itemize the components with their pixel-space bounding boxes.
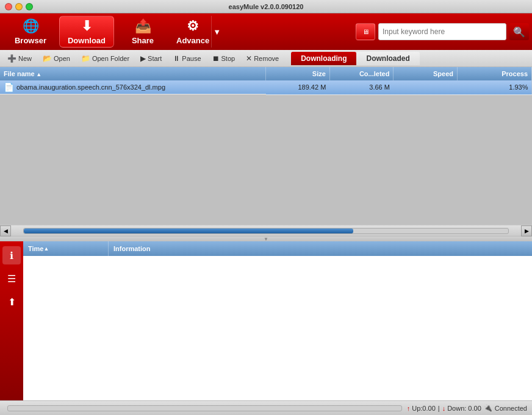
action-bar: ➕ New 📂 Open 📁 Open Folder ▶ Start ⏸ Pau… xyxy=(0,50,532,67)
download-icon: ⬇ xyxy=(81,18,92,34)
file-type-icon: 📄 xyxy=(4,82,14,92)
search-icon: 🔍 xyxy=(513,26,525,38)
info-header: Time Information xyxy=(23,241,532,256)
table-row[interactable]: 📄 obama.inauguration.speech.cnn_576x324_… xyxy=(0,80,532,94)
title-bar: easyMule v2.0.0.090120 xyxy=(0,0,532,13)
info-content xyxy=(23,256,532,400)
pause-icon: ⏸ xyxy=(173,54,180,63)
download-speed-label: Down: 0.00 xyxy=(447,405,481,412)
new-button[interactable]: ➕ New xyxy=(2,52,37,65)
scrollbar-track[interactable] xyxy=(23,228,509,234)
browser-label: Browser xyxy=(15,36,46,45)
tab-downloaded[interactable]: Downloaded xyxy=(356,52,419,65)
stop-button[interactable]: ⏹ Stop xyxy=(207,52,240,65)
download-button[interactable]: ⬇ Download xyxy=(59,16,114,48)
close-button[interactable] xyxy=(5,3,12,10)
search-button[interactable]: 🔍 xyxy=(509,23,529,40)
time-col-header: Time xyxy=(23,241,109,256)
advance-label: Advance xyxy=(176,36,209,45)
table-header-row: File name Size Co...leted Speed Process xyxy=(0,67,532,80)
info-panel: Time Information xyxy=(23,241,532,400)
open-icon: 📂 xyxy=(43,54,52,63)
cell-size: 189.42 M xyxy=(266,80,330,94)
list-side-icon[interactable]: ☰ xyxy=(2,269,21,288)
remove-button[interactable]: ✕ Remove xyxy=(241,52,284,65)
open-folder-label: Open Folder xyxy=(92,55,129,62)
minimize-button[interactable] xyxy=(15,3,23,10)
share-label: Share xyxy=(132,36,154,45)
tab-downloading[interactable]: Downloading xyxy=(291,52,356,65)
new-icon: ➕ xyxy=(7,54,16,63)
upload-speed-label: Up:0.00 xyxy=(412,405,436,412)
share-icon: 📤 xyxy=(135,18,151,34)
share-button[interactable]: 📤 Share xyxy=(115,16,170,48)
download-tabs: Downloading Downloaded xyxy=(291,52,420,65)
app-title: easyMule v2.0.0.090120 xyxy=(229,3,304,10)
cell-process: 1.93% xyxy=(457,80,531,94)
start-label: Start xyxy=(148,55,162,62)
open-folder-button[interactable]: 📁 Open Folder xyxy=(76,52,134,65)
file-table: File name Size Co...leted Speed Process … xyxy=(0,67,532,95)
col-size[interactable]: Size xyxy=(266,67,330,80)
open-label: Open xyxy=(54,55,70,62)
maximize-button[interactable] xyxy=(26,3,33,10)
cell-completed: 3.66 M xyxy=(329,80,394,94)
open-button[interactable]: 📂 Open xyxy=(38,52,75,65)
horizontal-scrollbar[interactable]: ◀ ▶ xyxy=(0,225,532,236)
col-speed[interactable]: Speed xyxy=(394,67,458,80)
server-button[interactable]: 🖥 xyxy=(356,23,375,40)
cell-filename: 📄 obama.inauguration.speech.cnn_576x324_… xyxy=(0,80,266,94)
status-bar: ↑ Up:0.00 | ↓ Down: 0.00 🔌 Connected xyxy=(0,400,532,415)
download-speed: ↓ Down: 0.00 xyxy=(442,405,481,412)
side-panel: ℹ ☰ ⬆ xyxy=(0,241,23,400)
main-toolbar: 🌐 Browser ⬇ Download 📤 Share ⚙ Advance ▼… xyxy=(0,13,532,50)
info-col-header: Information xyxy=(109,241,156,256)
connected-icon: 🔌 xyxy=(484,404,492,412)
col-process[interactable]: Process xyxy=(457,67,531,80)
toolbar-right: 🖥 🔍 xyxy=(356,23,529,40)
start-icon: ▶ xyxy=(140,54,146,63)
upload-arrow-icon: ↑ xyxy=(407,405,411,412)
advance-icon: ⚙ xyxy=(187,18,199,34)
remove-icon: ✕ xyxy=(246,54,252,63)
connection-status: 🔌 Connected xyxy=(484,404,527,412)
pause-label: Pause xyxy=(182,55,201,62)
remove-label: Remove xyxy=(254,55,279,62)
scroll-right-arrow[interactable]: ▶ xyxy=(521,225,532,236)
upload-speed: ↑ Up:0.00 xyxy=(407,405,436,412)
pause-button[interactable]: ⏸ Pause xyxy=(168,52,206,65)
col-filename[interactable]: File name xyxy=(0,67,266,80)
upload-side-icon[interactable]: ⬆ xyxy=(2,293,21,311)
cell-speed xyxy=(394,80,458,94)
search-input[interactable] xyxy=(378,23,506,40)
stop-icon: ⏹ xyxy=(212,54,220,63)
new-label: New xyxy=(18,55,32,62)
advance-button[interactable]: ⚙ Advance ▼ xyxy=(171,16,227,48)
col-completed[interactable]: Co...leted xyxy=(329,67,394,80)
start-button[interactable]: ▶ Start xyxy=(135,52,167,65)
scroll-left-arrow[interactable]: ◀ xyxy=(0,225,11,236)
file-table-container: File name Size Co...leted Speed Process … xyxy=(0,67,532,225)
download-arrow-icon: ↓ xyxy=(442,405,446,412)
server-icon: 🖥 xyxy=(362,28,369,35)
scrollbar-thumb[interactable] xyxy=(24,229,353,233)
browser-button[interactable]: 🌐 Browser xyxy=(3,16,58,48)
title-bar-buttons xyxy=(5,3,33,10)
connected-label: Connected xyxy=(495,405,527,412)
resize-handle[interactable] xyxy=(0,236,532,241)
stop-label: Stop xyxy=(221,55,235,62)
folder-icon: 📁 xyxy=(81,54,90,63)
download-label: Download xyxy=(68,36,106,45)
status-progress-bar xyxy=(7,405,402,411)
advance-dropdown[interactable]: ▼ xyxy=(211,16,222,48)
info-side-icon[interactable]: ℹ xyxy=(2,246,21,264)
bottom-panel: ℹ ☰ ⬆ Time Information xyxy=(0,241,532,400)
browser-icon: 🌐 xyxy=(23,18,39,34)
